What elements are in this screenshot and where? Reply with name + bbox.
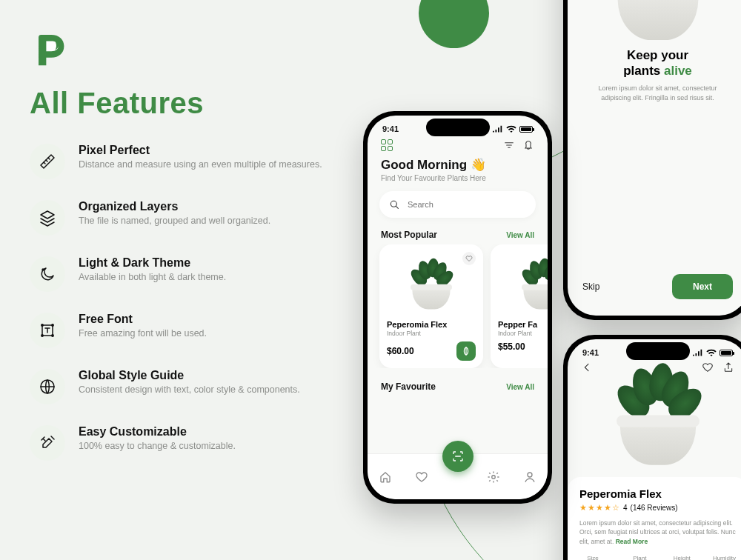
brand-logo <box>30 30 348 70</box>
spec-2: Height 10.5" <box>674 555 691 560</box>
feature-title: Free Font <box>79 313 207 326</box>
battery-icon <box>720 350 733 356</box>
product-card-1[interactable]: Pepper Fa Indoor Plant $55.00 <box>491 244 548 368</box>
svg-point-8 <box>492 475 496 479</box>
rating-row: ★★★★☆ 4 (146 Reviews) <box>579 503 736 513</box>
feature-title: Pixel Perfect <box>79 144 322 157</box>
heart-icon[interactable] <box>702 361 714 373</box>
wifi-icon <box>706 349 717 356</box>
spec-0: Size Medium <box>579 555 606 560</box>
dynamic-island <box>426 119 490 136</box>
menu-grid-icon[interactable] <box>381 139 393 151</box>
filter-icon[interactable] <box>503 139 515 151</box>
wifi-icon <box>506 125 516 133</box>
spec-label: Size <box>579 555 606 560</box>
features-panel: All Features Pixel Perfect Distance and … <box>30 30 348 481</box>
dynamic-island <box>626 342 690 360</box>
battery-icon <box>519 126 533 133</box>
feature-title: Easy Customizable <box>79 425 236 439</box>
feature-1: Organized Layers The file is named, grou… <box>30 200 348 236</box>
signal-icon <box>493 125 503 133</box>
card-price: $60.00 <box>387 346 414 356</box>
svg-point-3 <box>52 324 53 326</box>
spec-label: Humidity <box>713 555 736 560</box>
spec-3: Humidity 80% <box>713 555 736 560</box>
view-all-link[interactable]: View All <box>506 383 534 391</box>
signal-icon <box>693 349 703 356</box>
decor-dot <box>419 0 489 48</box>
next-button[interactable]: Next <box>672 274 733 299</box>
svg-point-4 <box>41 335 43 336</box>
mockup-onboarding: Keep your plants alive Lorem ipsum dolor… <box>563 0 741 320</box>
svg-point-9 <box>528 473 532 477</box>
tools-icon <box>30 425 65 461</box>
feature-desc: 100% easy to change & customizable. <box>79 440 236 453</box>
feature-4: Global Style Guide Consistent design wit… <box>30 369 348 404</box>
feature-title: Light & Dark Theme <box>79 256 226 270</box>
feature-desc: The file is named, grouped and well orga… <box>79 215 270 228</box>
feature-5: Easy Customizable 100% easy to change & … <box>30 425 348 461</box>
rating-value: 4 <box>623 504 628 512</box>
onboarding-description: Lorem ipsum dolor sit amet, consectetur … <box>568 79 741 107</box>
card-category: Indoor Plant <box>498 330 548 337</box>
feature-2: Light & Dark Theme Available in both lig… <box>30 256 348 292</box>
share-icon[interactable] <box>722 361 734 373</box>
text-icon <box>30 313 65 348</box>
feature-desc: Free amazing font will be used. <box>79 327 207 341</box>
card-name: Peperomia Flex <box>387 320 476 329</box>
search-icon <box>388 199 400 210</box>
tab-bar <box>368 453 548 499</box>
card-price: $55.00 <box>498 341 525 352</box>
svg-point-2 <box>41 324 43 326</box>
read-more-link[interactable]: Read More <box>616 538 648 545</box>
search-bar[interactable] <box>379 191 536 218</box>
feature-desc: Consistent design with text, color style… <box>79 384 300 397</box>
feature-0: Pixel Perfect Distance and measure using… <box>30 144 348 179</box>
star-icons: ★★★★☆ <box>579 503 620 513</box>
back-icon[interactable] <box>581 361 593 373</box>
feature-title: Organized Layers <box>79 200 270 213</box>
card-category: Indoor Plant <box>387 330 476 337</box>
spec-label: Plant <box>628 555 651 560</box>
tab-home-icon[interactable] <box>379 470 392 484</box>
bell-icon[interactable] <box>522 139 534 151</box>
svg-point-5 <box>52 335 53 336</box>
product-description: Lorem ipsum dolor sit amet, consectetur … <box>579 519 736 546</box>
svg-point-7 <box>391 201 396 207</box>
card-plant-image <box>498 252 548 316</box>
tab-settings-icon[interactable] <box>487 470 500 484</box>
feature-title: Global Style Guide <box>79 369 300 382</box>
layers-icon <box>30 200 65 236</box>
status-time: 9:41 <box>382 124 399 133</box>
product-name: Peperomia Flex <box>579 487 736 500</box>
spec-label: Height <box>674 555 691 560</box>
section-popular-title: Most Popular <box>381 230 437 240</box>
status-time: 9:41 <box>582 348 599 357</box>
globe-icon <box>30 369 65 404</box>
feature-desc: Distance and measure using an even multi… <box>79 159 322 172</box>
mockup-home: 9:41 Good Morning 👋 Find Your Favourite … <box>363 111 552 504</box>
section-fav-title: My Favourite <box>381 381 436 392</box>
mockup-detail: 9:41 Peperomia Flex ★★★★☆ 4 <box>563 335 741 560</box>
tab-heart-icon[interactable] <box>415 470 428 484</box>
product-card-0[interactable]: Peperomia Flex Indoor Plant $60.00 <box>379 244 483 368</box>
moon-icon <box>30 256 65 292</box>
spec-1: Plant Orchid <box>628 555 651 560</box>
view-all-link[interactable]: View All <box>506 231 534 239</box>
feature-3: Free Font Free amazing font will be used… <box>30 313 348 348</box>
reviews-count: (146 Reviews) <box>631 504 678 512</box>
tab-scan-button[interactable] <box>442 441 473 472</box>
greeting-text: Good Morning 👋 <box>381 157 534 173</box>
onboarding-title: Keep your plants alive <box>623 47 692 79</box>
hero-plant-image <box>614 0 702 40</box>
skip-button[interactable]: Skip <box>582 281 599 292</box>
card-name: Pepper Fa <box>498 320 548 329</box>
tab-profile-icon[interactable] <box>523 470 536 484</box>
add-button[interactable] <box>456 341 476 361</box>
section-title: All Features <box>30 87 348 120</box>
ruler-icon <box>30 144 65 179</box>
favourite-icon[interactable] <box>462 252 476 265</box>
product-image <box>617 363 700 465</box>
feature-desc: Available in both light & dark theme. <box>79 271 226 284</box>
search-input[interactable] <box>406 199 527 210</box>
